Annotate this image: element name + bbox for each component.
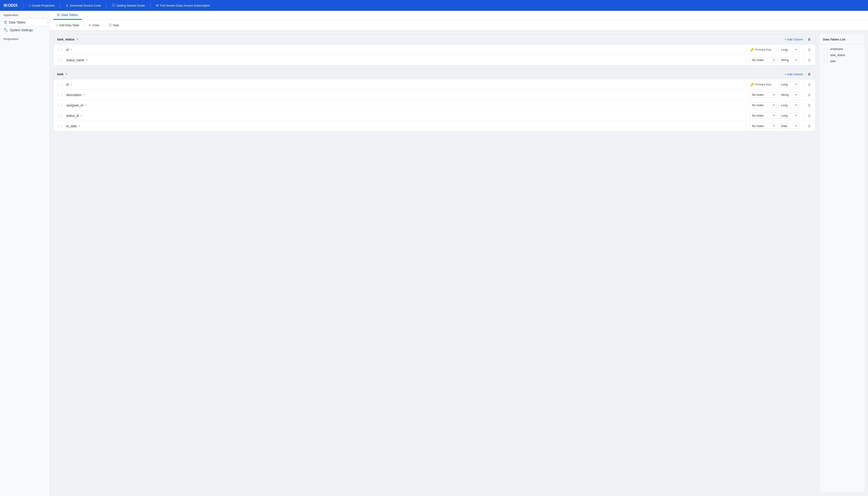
sidebar-item-data-tables[interactable]: ☰ Data Tables <box>2 18 48 26</box>
download-source-button[interactable]: ⇓ Download Source Code <box>64 3 103 8</box>
drag-handle-icon[interactable]: ⋮⋮ <box>57 48 63 51</box>
edit-column-icon[interactable]: ✎ <box>86 59 88 62</box>
edit-column-icon[interactable]: ✎ <box>78 124 80 128</box>
key-icon: 🔑 <box>750 48 754 51</box>
edit-column-icon[interactable]: ✎ <box>70 83 72 86</box>
chevron-down-icon: ▼ <box>795 114 797 117</box>
add-column-button-task[interactable]: + Add Column <box>783 72 805 77</box>
index-select-status-name[interactable]: No Index ▼ <box>750 57 777 63</box>
tab-data-tables[interactable]: ☰ Data Tables <box>53 11 82 20</box>
chevron-down-icon: ▼ <box>795 59 797 61</box>
edit-column-icon[interactable]: ✎ <box>80 114 82 117</box>
drag-handle-icon[interactable]: ⋮⋮ <box>57 83 63 86</box>
delete-table-task-status-button[interactable]: 🗑 <box>807 36 812 42</box>
drag-dots-icon: ⋮⋮ <box>823 60 828 63</box>
table-header-task-status: task_status ✎ + Add Column 🗑 <box>53 34 815 45</box>
undo-button[interactable]: ↩ Undo <box>86 22 102 28</box>
chevron-down-icon: ▼ <box>773 114 775 117</box>
type-select-description[interactable]: String ▼ <box>779 92 799 98</box>
delete-column-status-name-button[interactable]: 🗑 <box>807 57 812 63</box>
type-select-assignee-id[interactable]: Long ▼ <box>779 102 799 108</box>
delete-column-status-id-button[interactable]: 🗑 <box>807 113 812 119</box>
col-separator <box>746 113 746 118</box>
download-icon: ⇓ <box>66 4 68 7</box>
column-name-status-name: status_name ✎ <box>66 58 743 62</box>
list-item-task[interactable]: ⋮⋮ task <box>819 58 864 64</box>
list-item-task-status[interactable]: ⋮⋮ task_status <box>819 52 864 58</box>
index-select-status-id[interactable]: No Index ▼ <box>750 113 777 119</box>
delete-table-task-button[interactable]: 🗑 <box>807 72 812 77</box>
delete-column-id-button[interactable]: 🗑 <box>807 47 812 52</box>
col-separator-2 <box>803 103 803 108</box>
col-separator-2 <box>803 47 803 52</box>
drag-handle-icon[interactable]: ⋮⋮ <box>57 124 63 128</box>
chevron-down-icon: ▼ <box>773 94 775 96</box>
main-content: ☰ Data Tables □ Add Data Table ↩ Undo ⓘ … <box>50 11 868 496</box>
type-select-task-id[interactable]: Long ▼ <box>779 81 799 87</box>
sidebar-item-system-settings[interactable]: 🔧 System Settings <box>0 26 49 34</box>
col-separator <box>746 103 746 108</box>
add-column-button-task-status[interactable]: + Add Column <box>783 37 805 42</box>
table-name-task-status: task_status ✎ <box>57 37 79 41</box>
index-select-to-date[interactable]: No Index ▼ <box>750 123 777 129</box>
tab-list-icon: ☰ <box>57 13 60 17</box>
index-select-assignee-id[interactable]: No Index ▼ <box>750 102 777 108</box>
delete-column-assignee-id-button[interactable]: 🗑 <box>807 103 812 108</box>
col-separator-2 <box>803 58 803 62</box>
type-select-status-name[interactable]: String ▼ <box>779 57 799 63</box>
column-row-task-assignee-id: ⋮⋮ assignee_id ✎ No Index ▼ Long ▼ <box>53 100 815 110</box>
column-name-task-id: id ✎ <box>66 83 743 86</box>
drag-handle-icon[interactable]: ⋮⋮ <box>57 58 63 62</box>
drag-handle-icon[interactable]: ⋮⋮ <box>57 114 63 118</box>
delete-column-to-date-button[interactable]: 🗑 <box>807 123 812 129</box>
add-data-table-button[interactable]: □ Add Data Table <box>53 22 82 28</box>
delete-column-description-button[interactable]: 🗑 <box>807 92 812 98</box>
column-row-task-status-id: ⋮⋮ status_id ✎ No Index ▼ Long ▼ <box>53 110 815 121</box>
app-header: IKODIX □ Create Projection ⇓ Download So… <box>0 0 868 11</box>
edit-table-name-icon[interactable]: ✎ <box>65 73 67 76</box>
type-select-to-date[interactable]: Date ▼ <box>779 123 799 129</box>
table-actions-task-status: + Add Column 🗑 <box>783 36 812 42</box>
delete-column-task-id-button[interactable]: 🗑 <box>807 82 812 87</box>
application-section-label: Application <box>0 11 49 18</box>
drag-handle-icon[interactable]: ⋮⋮ <box>57 93 63 97</box>
col-separator <box>746 82 746 87</box>
chevron-down-icon: ▼ <box>795 48 797 51</box>
type-select-status-id[interactable]: Long ▼ <box>779 113 799 119</box>
content-area: task_status ✎ + Add Column 🗑 ⋮⋮ <box>50 31 868 496</box>
type-select-id[interactable]: Long ▼ <box>779 47 799 52</box>
column-name-assignee-id: assignee_id ✎ <box>66 104 743 107</box>
col-separator <box>746 58 746 62</box>
tabs-bar: ☰ Data Tables <box>50 11 868 20</box>
edit-column-icon[interactable]: ✎ <box>84 104 87 107</box>
data-tables-list-title: Data Tables List <box>819 37 864 44</box>
edit-table-name-icon[interactable]: ✎ <box>76 38 79 41</box>
help-icon: ⓘ <box>109 23 112 27</box>
list-icon: ☰ <box>4 20 7 25</box>
help-circle-icon: ⓘ <box>112 3 115 7</box>
index-select-description[interactable]: No Index ▼ <box>750 92 777 98</box>
right-sidebar: Data Tables List ⋮⋮ employee ⋮⋮ task_sta… <box>819 34 864 492</box>
drag-handle-icon[interactable]: ⋮⋮ <box>57 104 63 107</box>
column-name-description: description ✎ <box>66 93 743 97</box>
header-divider-3 <box>106 3 107 8</box>
chevron-down-icon: ▼ <box>795 94 797 96</box>
full-version-button[interactable]: ✉ Full Version Early Access Subscription <box>154 3 212 8</box>
col-separator-2 <box>803 93 803 97</box>
toolbar-divider-1 <box>84 23 84 27</box>
brand-logo: IKODIX <box>4 3 18 8</box>
col-separator <box>746 93 746 97</box>
create-projection-button[interactable]: □ Create Projection <box>27 3 57 8</box>
edit-column-icon[interactable]: ✎ <box>70 48 72 51</box>
column-name-id: id ✎ <box>66 48 743 51</box>
list-item-employee[interactable]: ⋮⋮ employee <box>819 46 864 52</box>
toolbar: □ Add Data Table ↩ Undo ⓘ Help <box>50 20 868 31</box>
bell-icon: ✉ <box>156 4 159 7</box>
edit-column-icon[interactable]: ✎ <box>83 93 85 96</box>
getting-started-button[interactable]: ⓘ Getting Started Guide <box>110 2 147 9</box>
projections-section-label: Projections <box>0 36 49 43</box>
key-icon: 🔑 <box>750 83 754 86</box>
left-sidebar: Application ☰ Data Tables 🔧 System Setti… <box>0 11 50 496</box>
col-separator-2 <box>803 124 803 128</box>
help-button[interactable]: ⓘ Help <box>106 22 122 29</box>
